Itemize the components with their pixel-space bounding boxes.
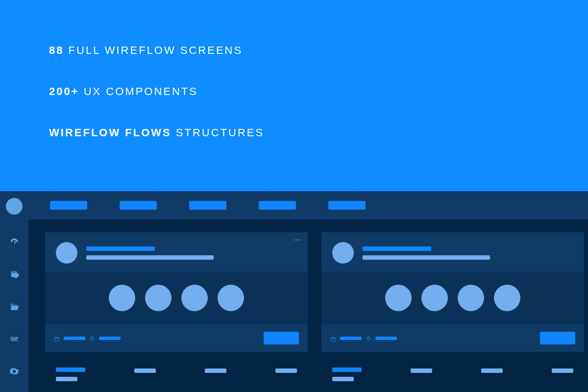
folder-icon[interactable]: [9, 302, 20, 312]
media-thumb[interactable]: [181, 285, 208, 311]
card-meta: [54, 335, 121, 341]
card-footer: [45, 324, 308, 352]
feed-card: [45, 232, 308, 352]
card-header: [321, 232, 584, 271]
media-thumb[interactable]: [385, 285, 412, 311]
svg-point-1: [92, 338, 93, 339]
card-subtitle-placeholder: [363, 255, 490, 260]
cards-row: [45, 232, 588, 352]
meta-location-placeholder: [99, 337, 121, 340]
mini-item: [481, 368, 503, 373]
nav-item-5[interactable]: [328, 201, 366, 210]
hero-line-1: 88 FULL WIREFLOW SCREENS: [49, 44, 588, 57]
card-avatar[interactable]: [56, 242, 77, 264]
nav-item-1[interactable]: [50, 201, 87, 210]
chat-icon[interactable]: [9, 270, 20, 279]
app-wireframe: [0, 191, 588, 392]
card-title-placeholder: [86, 246, 155, 251]
mail-icon[interactable]: [9, 334, 20, 344]
svg-point-3: [368, 338, 369, 339]
mini-item: [275, 368, 297, 373]
mini-title-placeholder: [56, 368, 85, 372]
mini-col: [332, 368, 362, 381]
card-meta: [330, 335, 397, 341]
secondary-card-top: [321, 365, 584, 384]
hero-line-1-bold: 88: [49, 44, 64, 56]
top-nav: [28, 191, 588, 220]
mini-item: [134, 368, 156, 373]
media-thumb[interactable]: [109, 285, 135, 311]
mini-item: [411, 368, 432, 373]
card-title-placeholder: [363, 246, 431, 251]
main-area: [28, 191, 588, 392]
card-body: [45, 271, 308, 324]
nav-item-4[interactable]: [259, 201, 296, 210]
calendar-icon: [54, 335, 60, 341]
media-thumb[interactable]: [494, 285, 520, 311]
calendar-icon: [330, 335, 336, 341]
secondary-card-top: [45, 365, 308, 384]
mini-sub-placeholder: [56, 377, 77, 381]
svg-rect-0: [55, 338, 59, 342]
card-header: [45, 232, 308, 271]
meta-location-placeholder: [375, 337, 397, 340]
gear-icon[interactable]: [9, 367, 20, 376]
card-body: [321, 271, 584, 324]
feed-card: [321, 232, 584, 352]
nav-item-3[interactable]: [189, 201, 226, 210]
hero-line-2-text: UX COMPONENTS: [84, 85, 198, 98]
secondary-row: [45, 352, 588, 384]
mini-item: [552, 368, 573, 373]
meta-date-placeholder: [340, 337, 362, 340]
hero-line-3: WIREFLOW FLOWS STRUCTURES: [49, 126, 588, 139]
hero-line-3-text: STRUCTURES: [176, 126, 264, 139]
media-thumb[interactable]: [458, 285, 484, 311]
sidebar: [0, 191, 28, 392]
dashboard-icon[interactable]: [9, 237, 20, 247]
hero-line-2: 200+ UX COMPONENTS: [49, 85, 588, 98]
media-thumb[interactable]: [145, 285, 172, 311]
card-title-block: [363, 246, 490, 260]
hero-line-1-text: FULL WIREFLOW SCREENS: [69, 44, 243, 56]
mini-col: [56, 368, 85, 381]
meta-date-placeholder: [64, 337, 85, 340]
sidebar-avatar[interactable]: [6, 198, 23, 215]
card-avatar[interactable]: [332, 242, 354, 264]
card-title-block: [86, 246, 214, 260]
mini-item: [205, 368, 226, 373]
hero-banner: 88 FULL WIREFLOW SCREENS 200+ UX COMPONE…: [0, 0, 588, 191]
card-action-button[interactable]: [540, 332, 575, 344]
content-canvas: [28, 220, 588, 392]
nav-item-2[interactable]: [120, 201, 157, 210]
more-icon[interactable]: [294, 239, 301, 241]
card-action-button[interactable]: [264, 332, 299, 344]
hero-line-3-bold: WIREFLOW FLOWS: [49, 126, 172, 139]
media-thumb[interactable]: [218, 285, 244, 311]
mini-title-placeholder: [332, 368, 362, 372]
location-icon: [366, 335, 371, 341]
location-icon: [89, 335, 95, 341]
media-thumb[interactable]: [421, 285, 448, 311]
mini-sub-placeholder: [332, 377, 354, 381]
svg-rect-2: [331, 338, 336, 342]
card-footer: [321, 324, 584, 352]
card-subtitle-placeholder: [86, 255, 214, 260]
hero-line-2-bold: 200+: [49, 85, 79, 98]
